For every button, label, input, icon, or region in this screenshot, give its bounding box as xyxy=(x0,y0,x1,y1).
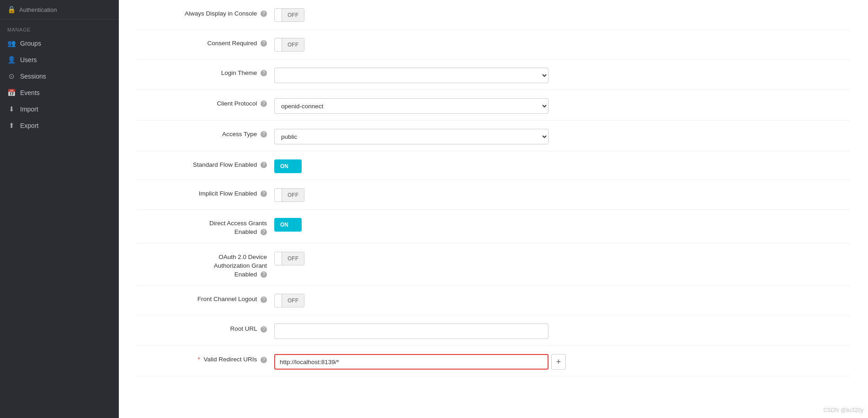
oauth-device-control: OFF xyxy=(274,250,850,266)
access-type-help-icon[interactable]: ? xyxy=(261,131,267,138)
always-display-label: Always Display in Console ? xyxy=(137,6,274,18)
valid-redirect-uris-help-icon[interactable]: ? xyxy=(261,357,267,363)
root-url-help-icon[interactable]: ? xyxy=(261,326,267,333)
sidebar-item-label: Groups xyxy=(20,40,41,47)
sidebar-auth-label: Authentication xyxy=(19,6,57,13)
main-content: Always Display in Console ? OFF Consent … xyxy=(119,0,868,418)
access-type-control: public confidential bearer-only xyxy=(274,127,850,144)
login-theme-help-icon[interactable]: ? xyxy=(261,70,267,76)
valid-redirect-uris-control: + xyxy=(274,352,850,370)
redirect-uri-input-group: + xyxy=(274,354,850,370)
consent-required-control: OFF xyxy=(274,36,850,53)
valid-redirect-uris-input[interactable] xyxy=(274,354,548,370)
access-type-select[interactable]: public confidential bearer-only xyxy=(274,129,548,144)
standard-flow-help-icon[interactable]: ? xyxy=(261,162,267,168)
standard-flow-toggle[interactable]: ON xyxy=(274,159,302,173)
login-theme-select[interactable] xyxy=(274,68,548,83)
sidebar-item-events[interactable]: 📅 Events xyxy=(0,85,119,101)
access-type-row: Access Type ? public confidential bearer… xyxy=(137,121,850,151)
front-channel-help-icon[interactable]: ? xyxy=(261,296,267,303)
standard-flow-row: Standard Flow Enabled ? ON xyxy=(137,151,850,180)
toggle-blank xyxy=(275,252,282,265)
standard-flow-label: Standard Flow Enabled ? xyxy=(137,158,274,169)
toggle-on-label: ON xyxy=(275,160,294,173)
sidebar: 🔒 Authentication Manage 👥 Groups 👤 Users… xyxy=(0,0,119,418)
client-protocol-control: openid-connect saml xyxy=(274,96,850,114)
access-type-label: Access Type ? xyxy=(137,127,274,139)
sidebar-item-export[interactable]: ⬆ Export xyxy=(0,117,119,134)
consent-required-row: Consent Required ? OFF xyxy=(137,30,850,59)
sidebar-auth-item[interactable]: 🔒 Authentication xyxy=(0,0,119,20)
front-channel-label: Front Channel Logout ? xyxy=(137,292,274,304)
valid-redirect-uris-label: * Valid Redirect URIs ? xyxy=(137,352,274,364)
toggle-blank xyxy=(294,160,301,173)
sidebar-item-users[interactable]: 👤 Users xyxy=(0,52,119,68)
valid-redirect-uris-row: * Valid Redirect URIs ? + xyxy=(137,346,850,376)
front-channel-control: OFF xyxy=(274,292,850,308)
client-protocol-select[interactable]: openid-connect saml xyxy=(274,98,548,114)
toggle-off-label: OFF xyxy=(282,9,304,21)
toggle-off-label: OFF xyxy=(282,294,304,307)
watermark: CSDN @liu320y xyxy=(823,407,863,413)
users-icon: 👤 xyxy=(7,56,16,64)
import-icon: ⬇ xyxy=(7,105,16,113)
sidebar-item-groups[interactable]: 👥 Groups xyxy=(0,35,119,52)
manage-section-label: Manage xyxy=(0,20,119,35)
sidebar-item-label: Export xyxy=(20,122,38,129)
groups-icon: 👥 xyxy=(7,39,16,48)
add-redirect-uri-button[interactable]: + xyxy=(551,354,566,370)
export-icon: ⬆ xyxy=(7,122,16,130)
standard-flow-control: ON xyxy=(274,158,850,173)
consent-required-label: Consent Required ? xyxy=(137,36,274,48)
login-theme-control xyxy=(274,66,850,83)
sessions-icon: ⊙ xyxy=(7,72,16,80)
root-url-label: Root URL ? xyxy=(137,322,274,333)
sidebar-item-label: Import xyxy=(20,106,38,113)
direct-access-control: ON xyxy=(274,216,850,232)
direct-access-label: Direct Access GrantsEnabled ? xyxy=(137,216,274,237)
always-display-help-icon[interactable]: ? xyxy=(261,11,267,17)
sidebar-item-sessions[interactable]: ⊙ Sessions xyxy=(0,68,119,85)
consent-required-toggle[interactable]: OFF xyxy=(274,38,304,52)
implicit-flow-row: Implicit Flow Enabled ? OFF xyxy=(137,180,850,210)
oauth-device-help-icon[interactable]: ? xyxy=(261,271,267,278)
toggle-blank xyxy=(294,218,301,231)
implicit-flow-toggle[interactable]: OFF xyxy=(274,188,304,202)
sidebar-item-label: Users xyxy=(20,56,37,63)
implicit-flow-label: Implicit Flow Enabled ? xyxy=(137,186,274,198)
toggle-blank xyxy=(275,9,282,21)
toggle-blank xyxy=(275,294,282,307)
client-protocol-label: Client Protocol ? xyxy=(137,96,274,108)
front-channel-row: Front Channel Logout ? OFF xyxy=(137,286,850,315)
toggle-blank xyxy=(275,38,282,51)
direct-access-toggle[interactable]: ON xyxy=(274,218,302,232)
toggle-off-label: OFF xyxy=(282,38,304,51)
root-url-row: Root URL ? xyxy=(137,315,850,346)
oauth-device-row: OAuth 2.0 DeviceAuthorization GrantEnabl… xyxy=(137,243,850,286)
consent-required-help-icon[interactable]: ? xyxy=(261,40,267,47)
root-url-control xyxy=(274,322,850,339)
sidebar-item-label: Sessions xyxy=(20,73,46,80)
oauth-device-label: OAuth 2.0 DeviceAuthorization GrantEnabl… xyxy=(137,250,274,279)
direct-access-row: Direct Access GrantsEnabled ? ON xyxy=(137,210,850,243)
auth-icon: 🔒 xyxy=(7,5,16,14)
direct-access-help-icon[interactable]: ? xyxy=(261,229,267,235)
implicit-flow-help-icon[interactable]: ? xyxy=(261,190,267,197)
always-display-control: OFF xyxy=(274,6,850,23)
toggle-blank xyxy=(275,189,282,201)
front-channel-toggle[interactable]: OFF xyxy=(274,294,304,307)
client-protocol-help-icon[interactable]: ? xyxy=(261,101,267,107)
login-theme-row: Login Theme ? xyxy=(137,59,850,90)
always-display-toggle[interactable]: OFF xyxy=(274,8,304,22)
sidebar-item-label: Events xyxy=(20,89,40,96)
sidebar-item-import[interactable]: ⬇ Import xyxy=(0,101,119,117)
implicit-flow-control: OFF xyxy=(274,186,850,203)
oauth-device-toggle[interactable]: OFF xyxy=(274,252,304,265)
required-star: * xyxy=(197,356,200,363)
client-protocol-row: Client Protocol ? openid-connect saml xyxy=(137,90,850,121)
always-display-row: Always Display in Console ? OFF xyxy=(137,0,850,30)
toggle-off-label: OFF xyxy=(282,252,304,265)
toggle-off-label: OFF xyxy=(282,189,304,201)
root-url-input[interactable] xyxy=(274,323,548,339)
events-icon: 📅 xyxy=(7,89,16,97)
